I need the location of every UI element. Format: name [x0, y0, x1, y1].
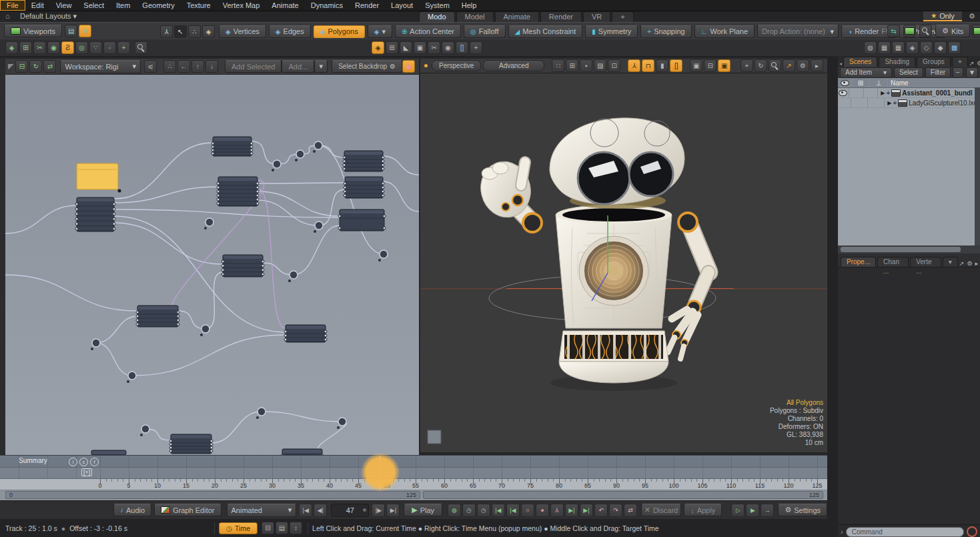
drag-multi-icon[interactable]: ◇: [920, 41, 933, 54]
tab-[interactable]: +: [952, 57, 968, 67]
expand-icon[interactable]: ↗: [969, 60, 975, 67]
layers-icon[interactable]: ⊟: [262, 522, 274, 534]
time-target-icon[interactable]: ◷: [477, 504, 490, 517]
add-item-dropdown[interactable]: Add Item▾: [840, 67, 892, 78]
node-link[interactable]: [96, 316, 137, 343]
action-center-button[interactable]: ⊕Action Center: [395, 25, 461, 38]
filter-button[interactable]: Filter: [925, 67, 951, 78]
schematic-node[interactable]: [75, 197, 115, 231]
play-sim-icon[interactable]: ▶: [746, 504, 759, 517]
refresh-icon[interactable]: ↻: [29, 60, 42, 73]
timeline-range-bar[interactable]: 0125 125: [0, 490, 827, 500]
prev-frame-button[interactable]: ◀|: [314, 504, 327, 517]
connector-node[interactable]: [91, 339, 100, 350]
drag-cube-icon[interactable]: ◈: [906, 41, 919, 54]
command-input[interactable]: Command: [846, 527, 964, 537]
pose-box-icon[interactable]: ⊓: [642, 59, 654, 72]
layout-tab-+[interactable]: +: [612, 11, 633, 22]
menu-item-view[interactable]: View: [50, 1, 78, 10]
camera-icon[interactable]: ◉: [47, 41, 60, 54]
menu-item-edit[interactable]: Edit: [25, 1, 50, 10]
node-link[interactable]: [114, 187, 218, 203]
node-link[interactable]: [114, 209, 340, 217]
pose-icon[interactable]: ⅄: [628, 59, 640, 72]
duplicate-icon[interactable]: ⇄: [43, 60, 56, 73]
menu-item-system[interactable]: System: [419, 1, 456, 10]
play-to-end-icon[interactable]: →: [761, 504, 774, 517]
sketch-icon[interactable]: Ƨ: [61, 41, 74, 54]
schematic-node[interactable]: [90, 450, 127, 455]
tab-scroll-left-icon[interactable]: ◂: [839, 61, 842, 67]
cut-icon[interactable]: ✂: [33, 41, 46, 54]
vertices-mode-button[interactable]: ◈Vertices: [219, 25, 266, 38]
discard-button[interactable]: ✕Discard: [641, 504, 681, 516]
bevel-icon[interactable]: ◣: [400, 41, 412, 54]
rotate-icon[interactable]: ↻: [755, 59, 767, 72]
connector-node[interactable]: [337, 418, 346, 429]
key-link-icon[interactable]: ⇄: [624, 504, 637, 517]
item-row[interactable]: ▶+Assistant_0001_bundl ...: [838, 88, 980, 98]
cam-b-icon[interactable]: ⊟: [704, 59, 716, 72]
connector-node[interactable]: [200, 325, 209, 336]
plus-icon[interactable]: +: [470, 41, 482, 54]
command-record-icon[interactable]: [967, 526, 977, 537]
jump-next-key2-icon[interactable]: ▶|: [580, 504, 593, 517]
menu-item-help[interactable]: Help: [456, 1, 483, 10]
node-link[interactable]: [178, 311, 205, 329]
select-button[interactable]: Select: [894, 67, 923, 78]
schematic-node[interactable]: [136, 306, 179, 327]
node-link[interactable]: [114, 143, 213, 199]
connector-node[interactable]: [288, 271, 298, 282]
overlay-icon[interactable]: ⊡: [608, 59, 620, 72]
add-dropdown[interactable]: Add...: [282, 60, 314, 73]
range-slider-right[interactable]: 125: [423, 491, 823, 499]
item-row[interactable]: ▶+LadyGiSculpturel10.lxo*: [838, 98, 980, 108]
node-link[interactable]: [383, 156, 419, 175]
gear-icon[interactable]: ⚙: [967, 260, 972, 267]
mesh-constraint-button[interactable]: ◢Mesh Constraint: [508, 25, 583, 38]
gear-icon[interactable]: ⚙: [797, 59, 809, 72]
add-icon[interactable]: +: [886, 89, 890, 97]
menu-item-file[interactable]: File: [0, 0, 25, 11]
grid-icon[interactable]: ⊞: [19, 41, 32, 54]
default-layouts-dropdown[interactable]: Default Layouts ▾: [20, 12, 77, 21]
cut-icon[interactable]: ✂: [428, 41, 440, 54]
actor-record-icon[interactable]: ⅄: [550, 504, 564, 517]
layout-tab-animate[interactable]: Animate: [495, 11, 539, 22]
select-cursor-icon[interactable]: ↖: [174, 25, 187, 38]
layout-tab-model[interactable]: Model: [456, 11, 494, 22]
node-link[interactable]: [132, 335, 286, 376]
node-link[interactable]: [114, 223, 223, 264]
tab-chan[interactable]: Chan ...: [877, 257, 909, 267]
connector-node[interactable]: [272, 160, 281, 171]
chip-a-icon[interactable]: ▦: [878, 41, 891, 54]
brackets-icon[interactable]: []: [456, 41, 468, 54]
node-link[interactable]: [258, 191, 340, 216]
item-mode-icon[interactable]: ⅄: [160, 25, 173, 38]
audio-button[interactable]: ♪Audio: [113, 504, 151, 516]
schematic-node[interactable]: [217, 177, 259, 206]
palette-icon[interactable]: ▩: [948, 41, 961, 54]
graph-editor-button[interactable]: Graph Editor: [154, 504, 221, 516]
cam-a-icon[interactable]: ▣: [690, 59, 702, 72]
dots-icon[interactable]: ∴: [163, 60, 176, 73]
connector-node[interactable]: [378, 250, 388, 261]
schematic-node[interactable]: [338, 209, 386, 231]
connector-node[interactable]: [314, 221, 323, 233]
workspace-dropdown[interactable]: Workspace: Rigi▾: [60, 60, 141, 73]
backdrop-color-button[interactable]: ◆: [402, 60, 415, 73]
more-icon[interactable]: ▸: [975, 260, 978, 267]
select-backdrop-button[interactable]: Select Backdrop⚙: [332, 60, 402, 73]
menu-item-texture[interactable]: Texture: [181, 1, 217, 10]
time-mode-button[interactable]: ◷Time: [219, 522, 258, 534]
timeline-track-row[interactable]: [+]: [0, 468, 827, 479]
settings-button[interactable]: ⚙Settings: [778, 504, 827, 516]
cube-icon[interactable]: ◈: [372, 41, 384, 54]
timeline-ruler[interactable]: 0510152025303540455055606570758085909510…: [0, 479, 827, 490]
add-track-button[interactable]: [+]: [81, 468, 92, 476]
item-name[interactable]: LadyGiSculpturel10.lxo*: [909, 99, 980, 107]
diamond-icon[interactable]: ◆: [934, 41, 947, 54]
menu-item-select[interactable]: Select: [77, 1, 110, 10]
expand-arrow-icon[interactable]: ▶: [881, 90, 885, 96]
menu-item-item[interactable]: Item: [110, 1, 136, 10]
